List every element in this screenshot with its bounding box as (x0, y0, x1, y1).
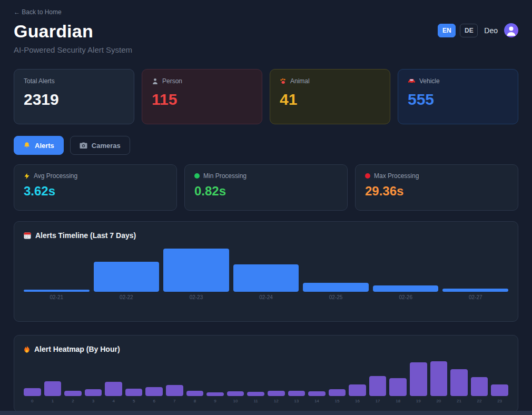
bar-column: 02-24 (233, 264, 299, 301)
bar-column: 11 (247, 392, 264, 404)
tab-cameras[interactable]: Cameras (70, 136, 130, 155)
calendar-icon (24, 232, 31, 239)
red-dot-icon (365, 173, 370, 179)
header-actions: EN DE Deo (438, 23, 518, 37)
car-icon (408, 78, 416, 84)
x-tick-label: 4 (105, 399, 122, 404)
bell-icon (23, 142, 31, 149)
bar (442, 289, 508, 292)
bar-column: 02-26 (373, 285, 439, 301)
view-tabs: Alerts Cameras (14, 136, 518, 155)
bar (288, 391, 306, 396)
metric-value-min: 0.82s (194, 185, 338, 197)
bar (268, 391, 285, 396)
bar-column: 10 (227, 391, 244, 404)
bar (303, 283, 369, 292)
paw-icon (280, 78, 287, 85)
bar (329, 389, 346, 396)
bar-column: 16 (349, 384, 366, 404)
x-tick-label: 1 (44, 399, 62, 404)
bar (64, 391, 82, 396)
bar (44, 381, 62, 396)
username-label: Deo (484, 26, 498, 35)
bar-column: 19 (410, 362, 427, 404)
bar (163, 249, 229, 292)
bar-column: 22 (471, 377, 488, 404)
bar (166, 385, 183, 396)
x-tick-label: 7 (166, 399, 183, 404)
bar-column: 0 (24, 388, 41, 404)
bar (85, 389, 102, 396)
language-button-de[interactable]: DE (460, 24, 478, 37)
stat-card-person: Person 115 (142, 69, 262, 124)
metric-card-min-processing: Min Processing 0.82s (184, 164, 348, 211)
heatmap-bar-chart: 01234567891011121314151617181920212223 (24, 363, 508, 404)
metric-label: Min Processing (203, 172, 247, 180)
bar (389, 378, 407, 396)
bar-column: 6 (145, 387, 163, 404)
x-tick-label: 22 (471, 399, 488, 404)
bar-column: 02-23 (163, 249, 229, 301)
bar-column: 02-22 (94, 262, 160, 301)
stat-label: Animal (290, 77, 310, 85)
processing-metrics-row: Avg Processing 3.62s Min Processing 0.82… (14, 164, 518, 211)
bar-column: 13 (288, 391, 306, 404)
x-tick-label: 20 (430, 399, 448, 404)
x-tick-label: 9 (206, 399, 224, 404)
tab-alerts[interactable]: Alerts (14, 136, 64, 155)
stat-value-total: 2319 (24, 92, 124, 107)
x-tick-label: 16 (349, 399, 366, 404)
bar (308, 391, 326, 396)
bar-column: 15 (329, 389, 346, 404)
page-bottom-edge (0, 411, 532, 415)
bar (471, 377, 488, 396)
back-to-home-link[interactable]: ← Back to Home (14, 8, 518, 16)
x-tick-label: 6 (145, 399, 163, 404)
bar (24, 388, 41, 396)
stat-label: Vehicle (419, 77, 440, 85)
user-avatar-icon (504, 23, 518, 37)
bar (369, 376, 387, 396)
x-tick-label: 15 (329, 399, 346, 404)
bar (430, 361, 448, 396)
x-tick-label: 02-22 (94, 294, 160, 301)
bar (24, 290, 90, 292)
x-tick-label: 02-21 (24, 294, 90, 301)
x-tick-label: 3 (85, 399, 102, 404)
bar (94, 262, 160, 292)
bar (105, 382, 122, 396)
fire-icon (24, 345, 30, 353)
bar-column: 1 (44, 381, 62, 404)
x-tick-label: 2 (64, 399, 82, 404)
x-tick-label: 17 (369, 399, 387, 404)
stat-label: Total Alerts (24, 77, 55, 85)
bar-column: 17 (369, 376, 387, 404)
camera-icon (80, 142, 87, 149)
metric-value-max: 29.36s (365, 185, 508, 197)
dashboard-page: ← Back to Home Guardian AI-Powered Secur… (0, 0, 532, 412)
metric-value-avg: 3.62s (24, 185, 167, 197)
x-tick-label: 02-25 (303, 294, 369, 301)
metric-card-max-processing: Max Processing 29.36s (355, 164, 518, 211)
bar-column: 02-25 (303, 283, 369, 301)
x-tick-label: 10 (227, 399, 244, 404)
bar (233, 264, 299, 292)
x-tick-label: 5 (125, 399, 143, 404)
x-tick-label: 23 (491, 399, 508, 404)
bar-column: 9 (206, 392, 224, 404)
stat-label: Person (162, 77, 182, 85)
x-tick-label: 02-26 (373, 294, 439, 301)
bar (227, 391, 244, 396)
x-tick-label: 13 (288, 399, 306, 404)
bar-column: 5 (125, 389, 143, 404)
bar (349, 384, 366, 396)
avatar[interactable] (504, 23, 518, 37)
language-button-en[interactable]: EN (438, 24, 456, 37)
metric-label: Max Processing (374, 172, 419, 180)
bar (373, 285, 439, 292)
lightning-icon (24, 173, 30, 180)
bar-column: 4 (105, 382, 122, 404)
x-tick-label: 12 (268, 399, 285, 404)
bar (247, 392, 264, 396)
x-tick-label: 02-23 (163, 294, 229, 301)
